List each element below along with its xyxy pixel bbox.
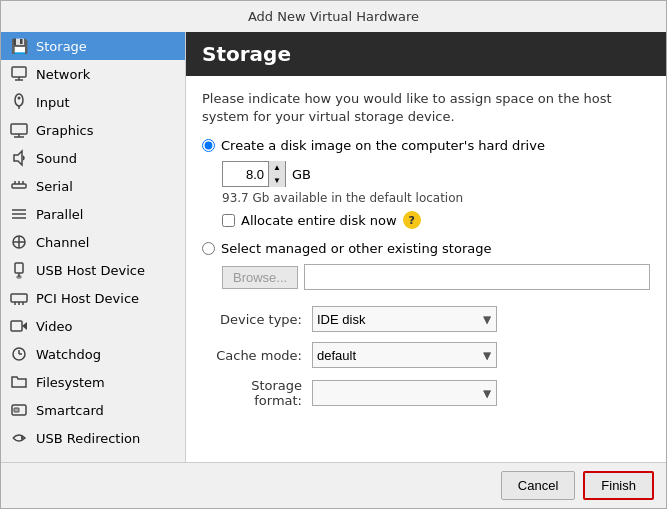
sidebar-item-sound[interactable]: Sound xyxy=(1,144,185,172)
svg-rect-20 xyxy=(15,263,23,273)
device-type-select-wrapper: IDE disk VirtIO disk SCSI disk USB disk … xyxy=(312,306,497,332)
pci-host-icon xyxy=(9,288,29,308)
sidebar-item-network[interactable]: Network xyxy=(1,60,185,88)
sidebar-item-channel[interactable]: Channel xyxy=(1,228,185,256)
sidebar-item-input[interactable]: Input xyxy=(1,88,185,116)
radio-disk-image-row: Create a disk image on the computer's ha… xyxy=(202,138,650,153)
svg-marker-9 xyxy=(14,151,22,165)
svg-rect-10 xyxy=(12,184,26,188)
sidebar-item-parallel[interactable]: Parallel xyxy=(1,200,185,228)
device-type-select[interactable]: IDE disk VirtIO disk SCSI disk USB disk … xyxy=(312,306,497,332)
svg-rect-6 xyxy=(11,124,27,134)
serial-icon xyxy=(9,176,29,196)
browse-input[interactable] xyxy=(304,264,650,290)
disk-size-input[interactable] xyxy=(223,162,268,186)
sidebar-item-label-sound: Sound xyxy=(36,151,77,166)
allocate-label[interactable]: Allocate entire disk now xyxy=(241,213,397,228)
cancel-button[interactable]: Cancel xyxy=(501,471,575,500)
channel-icon xyxy=(9,232,29,252)
allocate-hint-icon: ? xyxy=(403,211,421,229)
sidebar-item-label-watchdog: Watchdog xyxy=(36,347,101,362)
allocate-checkbox[interactable] xyxy=(222,214,235,227)
sidebar-item-filesystem[interactable]: Filesystem xyxy=(1,368,185,396)
watchdog-icon xyxy=(9,344,29,364)
storage-format-label: Storage format: xyxy=(202,378,312,408)
sidebar-item-pci-host[interactable]: PCI Host Device xyxy=(1,284,185,312)
disk-size-unit: GB xyxy=(292,167,311,182)
sidebar-item-graphics[interactable]: Graphics xyxy=(1,116,185,144)
sidebar-item-label-usb-redirection: USB Redirection xyxy=(36,431,140,446)
available-text: 93.7 Gb available in the default locatio… xyxy=(222,191,650,205)
dialog-footer: Cancel Finish xyxy=(1,462,666,508)
video-icon xyxy=(9,316,29,336)
dialog-body: 💾 Storage Network Input Graphics xyxy=(1,32,666,462)
radio-disk-image-label[interactable]: Create a disk image on the computer's ha… xyxy=(221,138,545,153)
allocate-row: Allocate entire disk now ? xyxy=(222,211,650,229)
radio-managed-row: Select managed or other existing storage xyxy=(202,241,650,256)
usb-redirection-icon xyxy=(9,428,29,448)
sidebar-item-label-serial: Serial xyxy=(36,179,73,194)
sound-icon xyxy=(9,148,29,168)
svg-rect-33 xyxy=(14,408,19,412)
sidebar-item-label-network: Network xyxy=(36,67,90,82)
filesystem-icon xyxy=(9,372,29,392)
spinner-buttons: ▲ ▼ xyxy=(268,161,285,187)
sidebar-item-watchdog[interactable]: Watchdog xyxy=(1,340,185,368)
sidebar-item-label-graphics: Graphics xyxy=(36,123,93,138)
cache-mode-select[interactable]: default none writethrough writeback dire… xyxy=(312,342,497,368)
sidebar-item-label-pci-host: PCI Host Device xyxy=(36,291,139,306)
svg-rect-27 xyxy=(11,321,22,331)
cache-mode-label: Cache mode: xyxy=(202,348,312,363)
device-type-row: Device type: IDE disk VirtIO disk SCSI d… xyxy=(202,306,650,332)
network-icon xyxy=(9,64,29,84)
main-content: Storage Please indicate how you would li… xyxy=(186,32,666,462)
svg-rect-0 xyxy=(12,67,26,77)
svg-point-5 xyxy=(18,97,21,100)
sidebar-item-label-usb-host: USB Host Device xyxy=(36,263,145,278)
storage-format-select[interactable]: raw qcow2 vmdk xyxy=(312,380,497,406)
device-type-label: Device type: xyxy=(202,312,312,327)
sidebar-item-usb-redirection[interactable]: USB Redirection xyxy=(1,424,185,452)
content-body: Please indicate how you would like to as… xyxy=(186,76,666,462)
cache-mode-select-wrapper: default none writethrough writeback dire… xyxy=(312,342,497,368)
content-header: Storage xyxy=(186,32,666,76)
spinner-up-button[interactable]: ▲ xyxy=(269,161,285,174)
sidebar-item-label-video: Video xyxy=(36,319,72,334)
radio-disk-image[interactable] xyxy=(202,139,215,152)
graphics-icon xyxy=(9,120,29,140)
sidebar-item-label-input: Input xyxy=(36,95,70,110)
disk-size-row: ▲ ▼ GB xyxy=(222,161,650,187)
storage-icon: 💾 xyxy=(9,36,29,56)
sidebar-item-video[interactable]: Video xyxy=(1,312,185,340)
smartcard-icon xyxy=(9,400,29,420)
radio-managed[interactable] xyxy=(202,242,215,255)
sidebar-item-label-smartcard: Smartcard xyxy=(36,403,104,418)
disk-size-spinner[interactable]: ▲ ▼ xyxy=(222,161,286,187)
sidebar-item-label-channel: Channel xyxy=(36,235,89,250)
svg-point-3 xyxy=(15,94,23,106)
sidebar-item-label-storage: Storage xyxy=(36,39,87,54)
sidebar-item-serial[interactable]: Serial xyxy=(1,172,185,200)
sidebar-item-usb-host[interactable]: USB Host Device xyxy=(1,256,185,284)
dialog-title: Add New Virtual Hardware xyxy=(1,1,666,32)
browse-row: Browse... xyxy=(222,264,650,290)
storage-format-row: Storage format: raw qcow2 vmdk ▼ xyxy=(202,378,650,408)
browse-button[interactable]: Browse... xyxy=(222,266,298,289)
storage-format-select-wrapper: raw qcow2 vmdk ▼ xyxy=(312,380,497,406)
sidebar-item-label-parallel: Parallel xyxy=(36,207,83,222)
cache-mode-row: Cache mode: default none writethrough wr… xyxy=(202,342,650,368)
sidebar-item-smartcard[interactable]: Smartcard xyxy=(1,396,185,424)
finish-button[interactable]: Finish xyxy=(583,471,654,500)
radio-managed-label[interactable]: Select managed or other existing storage xyxy=(221,241,491,256)
dialog: Add New Virtual Hardware 💾 Storage Netwo… xyxy=(0,0,667,509)
input-icon xyxy=(9,92,29,112)
sidebar-item-label-filesystem: Filesystem xyxy=(36,375,105,390)
content-description: Please indicate how you would like to as… xyxy=(202,90,650,126)
parallel-icon xyxy=(9,204,29,224)
spinner-down-button[interactable]: ▼ xyxy=(269,174,285,187)
sidebar: 💾 Storage Network Input Graphics xyxy=(1,32,186,462)
content-title: Storage xyxy=(202,42,650,66)
svg-rect-23 xyxy=(11,294,27,302)
usb-host-icon xyxy=(9,260,29,280)
sidebar-item-storage[interactable]: 💾 Storage xyxy=(1,32,185,60)
